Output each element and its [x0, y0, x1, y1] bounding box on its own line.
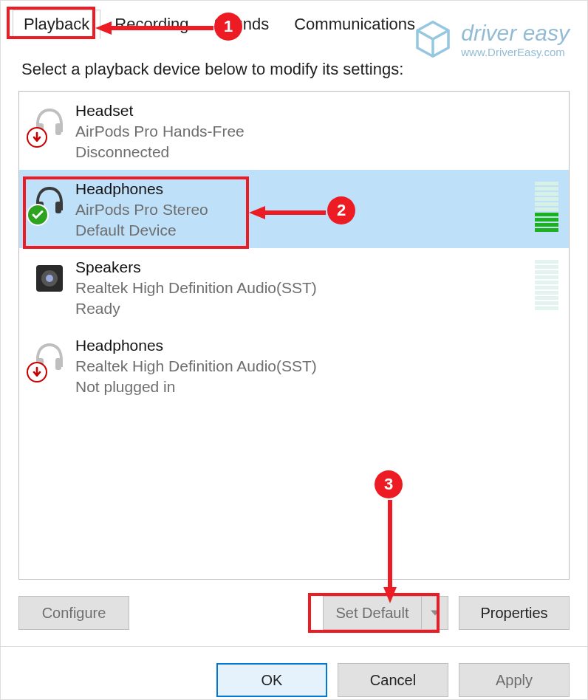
callout-2: 2	[327, 196, 355, 224]
device-subtitle: Realtek High Definition Audio(SST)	[75, 356, 560, 377]
instruction-text: Select a playback device below to modify…	[1, 39, 587, 91]
svg-rect-3	[55, 202, 61, 213]
default-check-icon	[27, 204, 49, 226]
device-row[interactable]: SpeakersRealtek High Definition Audio(SS…	[19, 248, 569, 326]
device-title: Speakers	[75, 257, 560, 278]
device-status: Disconnected	[75, 142, 560, 162]
tab-playback[interactable]: Playback	[13, 10, 100, 39]
device-title: Headset	[75, 100, 560, 121]
callout-3: 3	[375, 470, 403, 498]
disconnected-icon	[27, 127, 47, 148]
disconnected-icon	[27, 362, 47, 382]
svg-rect-8	[55, 358, 61, 370]
device-row[interactable]: HeadphonesRealtek High Definition Audio(…	[19, 326, 569, 405]
device-row[interactable]: HeadphonesAirPods Pro StereoDefault Devi…	[19, 170, 569, 248]
set-default-dropdown-icon[interactable]	[421, 597, 448, 629]
device-text: HeadsetAirPods Pro Hands-FreeDisconnecte…	[75, 100, 560, 162]
device-icon	[28, 335, 71, 378]
device-list[interactable]: HeadsetAirPods Pro Hands-FreeDisconnecte…	[18, 91, 570, 580]
callout-1: 1	[214, 13, 242, 41]
set-default-button[interactable]: Set Default	[323, 596, 448, 630]
device-row[interactable]: HeadsetAirPods Pro Hands-FreeDisconnecte…	[19, 92, 569, 170]
svg-point-6	[46, 275, 53, 282]
cancel-button[interactable]: Cancel	[338, 663, 448, 697]
device-status: Ready	[75, 298, 560, 319]
device-text: SpeakersRealtek High Definition Audio(SS…	[75, 257, 560, 319]
properties-button[interactable]: Properties	[459, 596, 570, 630]
device-buttons-row: Configure Set Default Properties	[1, 580, 587, 630]
device-text: HeadphonesAirPods Pro StereoDefault Devi…	[75, 179, 560, 241]
sound-settings-dialog: Playback Recording Sounds Communications…	[0, 0, 588, 700]
device-subtitle: AirPods Pro Stereo	[75, 199, 560, 220]
svg-rect-1	[55, 123, 61, 135]
device-text: HeadphonesRealtek High Definition Audio(…	[75, 335, 560, 397]
device-status: Default Device	[75, 220, 560, 241]
tab-recording[interactable]: Recording	[103, 10, 199, 39]
device-icon	[28, 100, 71, 143]
apply-button[interactable]: Apply	[459, 663, 570, 697]
device-status: Not plugged in	[75, 377, 560, 397]
ok-button[interactable]: OK	[216, 663, 327, 697]
device-title: Headphones	[75, 335, 560, 356]
dialog-buttons-row: OK Cancel Apply	[1, 647, 587, 697]
device-subtitle: AirPods Pro Hands-Free	[75, 121, 560, 142]
device-subtitle: Realtek High Definition Audio(SST)	[75, 278, 560, 298]
tab-strip: Playback Recording Sounds Communications	[1, 1, 587, 39]
configure-button[interactable]: Configure	[18, 596, 129, 630]
device-icon	[28, 257, 71, 300]
volume-level-meter	[535, 257, 558, 310]
tab-communications[interactable]: Communications	[283, 10, 426, 39]
device-icon	[28, 179, 71, 222]
device-title: Headphones	[75, 179, 560, 199]
volume-level-meter	[535, 179, 558, 232]
